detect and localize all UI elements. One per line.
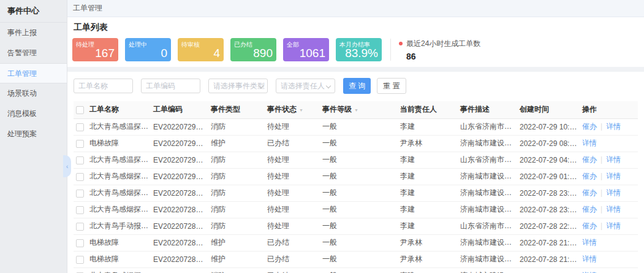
sidebar-item-process-plan[interactable]: 处理预案 xyxy=(0,124,67,144)
sidebar: 事件中心 事件上报告警管理工单管理场景联动消息模板处理预案 xyxy=(0,0,67,273)
detail-link[interactable]: 详情 xyxy=(606,205,621,213)
filter-icon[interactable]: ▼ xyxy=(299,108,303,112)
select-all-checkbox[interactable] xyxy=(76,106,84,114)
event-type-cell: 维护 xyxy=(208,251,265,267)
current-owner-cell: 尹承林 xyxy=(398,135,458,152)
row-checkbox[interactable] xyxy=(76,223,84,231)
checkbox-cell xyxy=(74,234,87,251)
current-owner-cell: 李建 xyxy=(398,118,458,135)
breadcrumb: 工单管理 xyxy=(73,4,102,12)
column-header-label: 创建时间 xyxy=(520,105,549,113)
reset-button[interactable]: 重 置 xyxy=(377,78,406,94)
op-separator: | xyxy=(600,122,602,131)
detail-link[interactable]: 详情 xyxy=(582,238,597,247)
sidebar-collapse-handle[interactable]: ‹ xyxy=(63,155,71,177)
operations-cell: 催办|详情 xyxy=(580,218,638,234)
urge-link[interactable]: 催办 xyxy=(582,155,597,164)
work-order-name-cell: 北大青鸟感烟探测器故障 xyxy=(87,168,151,185)
stat-card-value: 83.9% xyxy=(345,47,378,60)
panel-gap xyxy=(67,67,644,72)
sidebar-item-message-template[interactable]: 消息模板 xyxy=(0,104,67,124)
column-header: 事件等级▼ xyxy=(320,101,398,118)
work-order-name-cell: 北大青鸟手动报警按钮故障 xyxy=(87,218,151,234)
owner-select[interactable]: 请选择责任人 xyxy=(276,79,335,93)
work-order-code-input[interactable] xyxy=(141,79,200,93)
recent-value: 86 xyxy=(406,52,480,61)
table-row: 北大青鸟感烟探测器故障EV20220728230853750消防待处理一般李建济… xyxy=(74,201,638,218)
event-status-cell: 待处理 xyxy=(265,118,320,135)
event-description-cell: 济南城市建设大厦消防梯... xyxy=(458,234,517,251)
column-header-label: 事件等级 xyxy=(322,105,352,113)
checkbox-cell xyxy=(74,152,87,168)
event-status-cell: 待处理 xyxy=(265,152,320,168)
urge-link[interactable]: 催办 xyxy=(582,205,597,213)
event-status-cell: 已办结 xyxy=(265,135,320,152)
event-level-cell: 一般 xyxy=(320,218,398,234)
table-row: 电梯故障EV20220728210903424维护已办结一般尹承林济南城市建设大… xyxy=(74,234,638,251)
page-title: 工单列表 xyxy=(74,22,639,33)
row-checkbox[interactable] xyxy=(76,256,84,264)
table-row: 北大青鸟感烟探测器故障EV20220728235233362消防待处理一般李建济… xyxy=(74,185,638,201)
urge-link[interactable]: 催办 xyxy=(582,188,597,197)
recent-block: 最近24小时生成工单数 86 xyxy=(399,39,480,61)
detail-link[interactable]: 详情 xyxy=(582,255,597,263)
sidebar-item-event-report[interactable]: 事件上报 xyxy=(0,23,67,43)
column-header-label: 当前责任人 xyxy=(400,105,437,113)
row-checkbox[interactable] xyxy=(76,156,84,164)
event-type-cell: 维护 xyxy=(208,135,265,152)
detail-link[interactable]: 详情 xyxy=(606,188,621,197)
row-checkbox[interactable] xyxy=(76,239,84,247)
filter-icon[interactable]: ▼ xyxy=(354,108,358,112)
column-header: 事件状态▼ xyxy=(265,101,320,118)
event-type-cell: 消防 xyxy=(208,152,265,168)
event-type-cell: 消防 xyxy=(208,267,265,273)
column-header: 工单名称 xyxy=(87,101,151,118)
operations-cell: 详情 xyxy=(580,251,638,267)
detail-link[interactable]: 详情 xyxy=(606,122,621,131)
created-time-cell: 2022-07-29 04:45:36 xyxy=(517,152,580,168)
work-order-name-input[interactable] xyxy=(74,79,133,93)
urge-link[interactable]: 催办 xyxy=(582,122,597,131)
urge-link[interactable]: 催办 xyxy=(582,221,597,230)
sidebar-item-work-order[interactable]: 工单管理 xyxy=(0,63,67,83)
urge-link[interactable]: 催办 xyxy=(582,172,597,180)
event-type-cell: 消防 xyxy=(208,201,265,218)
breadcrumb-bar: 工单管理 xyxy=(67,0,644,17)
stat-card-value: 167 xyxy=(95,47,115,60)
sidebar-item-scene-linkage[interactable]: 场景联动 xyxy=(0,83,67,104)
stat-card-value: 0 xyxy=(161,47,167,60)
checkbox-cell xyxy=(74,201,87,218)
checkbox-cell xyxy=(74,267,87,273)
search-button[interactable]: 查 询 xyxy=(343,78,371,94)
event-type-cell: 消防 xyxy=(208,218,265,234)
operations-cell: 催办|详情 xyxy=(580,185,638,201)
event-level-cell: 一般 xyxy=(320,267,398,273)
row-checkbox[interactable] xyxy=(76,190,84,198)
event-description-cell: 济南城市建设大厦B3车... xyxy=(458,168,517,185)
operations-cell: 催办|详情 xyxy=(580,201,638,218)
detail-link[interactable]: 详情 xyxy=(606,172,621,180)
detail-link[interactable]: 详情 xyxy=(606,155,621,164)
current-owner-cell: 李建 xyxy=(398,267,458,273)
event-level-cell: 一般 xyxy=(320,168,398,185)
vertical-divider xyxy=(390,39,391,61)
row-checkbox[interactable] xyxy=(76,140,84,148)
event-description-cell: 山东省济南市历下区济南... xyxy=(458,152,517,168)
created-time-cell: 2022-07-28 23:52:48 xyxy=(517,185,580,201)
event-type-select[interactable]: 请选择事件类型 xyxy=(208,79,268,93)
stat-card-processing: 处理中0 xyxy=(125,38,171,61)
work-order-code-cell: EV20220728210903424 xyxy=(151,234,208,251)
current-owner-cell: 李建 xyxy=(398,152,458,168)
row-checkbox[interactable] xyxy=(76,123,84,131)
work-order-name-cell: 北大青鸟感温探测器故障 xyxy=(87,152,151,168)
op-separator: | xyxy=(600,172,602,180)
detail-link[interactable]: 详情 xyxy=(582,139,597,147)
current-owner-cell: 尹承林 xyxy=(398,234,458,251)
row-checkbox[interactable] xyxy=(76,173,84,181)
detail-link[interactable]: 详情 xyxy=(606,221,621,230)
sidebar-item-alarm-management[interactable]: 告警管理 xyxy=(0,43,67,63)
operations-cell: 催办|详情 xyxy=(580,118,638,135)
work-order-code-cell: EV20220729081800961 xyxy=(151,135,208,152)
row-checkbox[interactable] xyxy=(76,206,84,214)
table-body: 北大青鸟感温探测器故障EV20220729104130123消防待处理一般李建山… xyxy=(74,118,638,273)
